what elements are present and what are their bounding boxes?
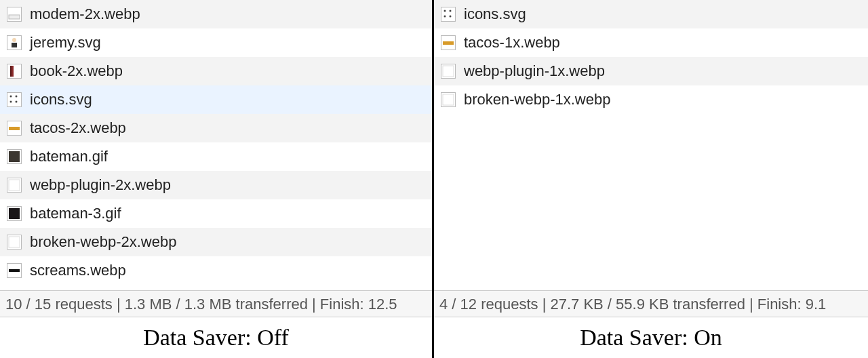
network-request-row[interactable]: broken-webp-2x.webp — [0, 228, 432, 256]
file-name: modem-2x.webp — [30, 5, 140, 23]
file-thumbnail-icon — [441, 35, 456, 50]
caption-right: Data Saver: On — [434, 317, 868, 358]
file-thumbnail-icon — [7, 178, 22, 193]
svg-rect-2 — [12, 43, 17, 47]
network-request-row[interactable]: tacos-1x.webp — [434, 28, 868, 57]
network-request-row[interactable]: tacos-2x.webp — [0, 114, 432, 142]
svg-rect-19 — [443, 41, 454, 45]
svg-point-5 — [10, 96, 12, 98]
svg-rect-11 — [9, 180, 20, 191]
file-thumbnail-icon — [7, 263, 22, 278]
network-request-row[interactable]: icons.svg — [434, 0, 868, 28]
file-name: book-2x.webp — [30, 62, 123, 80]
file-thumbnail-icon — [441, 64, 456, 79]
network-request-row[interactable]: modem-2x.webp — [0, 0, 432, 28]
pane-data-saver-on: icons.svgtacos-1x.webpwebp-plugin-1x.web… — [434, 0, 868, 358]
network-request-list-left: modem-2x.webpjeremy.svgbook-2x.webpicons… — [0, 0, 432, 285]
network-request-row[interactable]: jeremy.svg — [0, 28, 432, 57]
svg-point-15 — [444, 10, 446, 12]
network-request-row[interactable]: webp-plugin-1x.webp — [434, 57, 868, 85]
svg-rect-14 — [9, 269, 20, 272]
file-name: broken-webp-2x.webp — [30, 233, 176, 251]
file-name: webp-plugin-2x.webp — [30, 176, 171, 194]
svg-rect-0 — [9, 15, 20, 19]
file-thumbnail-icon — [7, 206, 22, 221]
file-thumbnail-icon — [7, 121, 22, 136]
svg-point-7 — [10, 101, 12, 103]
svg-point-18 — [450, 16, 452, 18]
svg-rect-21 — [443, 94, 454, 105]
file-thumbnail-icon — [441, 7, 456, 22]
file-thumbnail-icon — [441, 92, 456, 107]
network-request-row[interactable]: icons.svg — [0, 85, 432, 114]
svg-rect-4 — [10, 66, 12, 77]
file-name: bateman.gif — [30, 148, 108, 165]
svg-rect-12 — [9, 208, 20, 219]
pane-data-saver-off: modem-2x.webpjeremy.svgbook-2x.webpicons… — [0, 0, 434, 358]
file-name: webp-plugin-1x.webp — [464, 62, 605, 80]
svg-point-8 — [16, 101, 18, 103]
file-name: bateman-3.gif — [30, 205, 121, 222]
file-name: tacos-2x.webp — [30, 119, 126, 137]
file-thumbnail-icon — [7, 92, 22, 107]
file-name: icons.svg — [30, 91, 92, 108]
file-thumbnail-icon — [7, 149, 22, 164]
file-thumbnail-icon — [7, 64, 22, 79]
network-request-row[interactable]: bateman-3.gif — [0, 199, 432, 228]
file-name: screams.webp — [30, 262, 126, 279]
network-request-row[interactable]: broken-webp-1x.webp — [434, 85, 868, 114]
file-thumbnail-icon — [7, 7, 22, 22]
svg-rect-13 — [9, 237, 20, 247]
svg-point-17 — [444, 16, 446, 18]
svg-point-16 — [450, 10, 452, 12]
network-request-list-right: icons.svgtacos-1x.webpwebp-plugin-1x.web… — [434, 0, 868, 114]
status-bar-right: 4 / 12 requests | 27.7 KB / 55.9 KB tran… — [434, 290, 868, 317]
network-request-row[interactable]: bateman.gif — [0, 142, 432, 171]
svg-rect-20 — [443, 66, 454, 77]
svg-rect-10 — [9, 151, 20, 162]
file-name: tacos-1x.webp — [464, 34, 560, 52]
svg-point-6 — [16, 96, 18, 98]
network-request-row[interactable]: screams.webp — [0, 256, 432, 285]
filler — [0, 285, 432, 290]
filler — [434, 114, 868, 290]
file-thumbnail-icon — [7, 235, 22, 250]
network-request-row[interactable]: webp-plugin-2x.webp — [0, 171, 432, 199]
svg-point-1 — [12, 38, 16, 42]
svg-rect-9 — [9, 127, 20, 130]
file-name: jeremy.svg — [30, 34, 101, 52]
status-bar-left: 10 / 15 requests | 1.3 MB / 1.3 MB trans… — [0, 290, 432, 317]
file-thumbnail-icon — [7, 35, 22, 50]
comparison-container: modem-2x.webpjeremy.svgbook-2x.webpicons… — [0, 0, 868, 358]
caption-left: Data Saver: Off — [0, 317, 432, 358]
network-request-row[interactable]: book-2x.webp — [0, 57, 432, 85]
file-name: broken-webp-1x.webp — [464, 91, 610, 108]
file-name: icons.svg — [464, 5, 526, 23]
